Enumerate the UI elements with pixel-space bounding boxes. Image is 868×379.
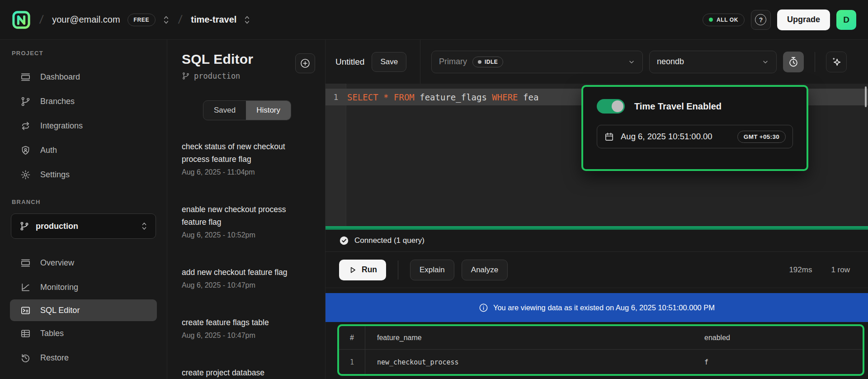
ai-assist-button[interactable]: [826, 52, 847, 72]
history-item[interactable]: add new checkout feature flag Aug 6, 202…: [182, 266, 305, 292]
compute-status-badge: IDLE: [472, 57, 503, 67]
gear-icon: [20, 170, 31, 180]
datetime-value: Aug 6, 2025 10:51:00.00: [621, 132, 712, 142]
saved-history-tabs: Saved History: [203, 100, 291, 120]
toolbar-divider: [815, 52, 815, 72]
sidebar-item-label: Dashboard: [40, 72, 80, 82]
row-index: 1: [339, 350, 365, 374]
sidebar-item-monitoring[interactable]: Monitoring: [0, 275, 167, 299]
timezone-badge: GMT +05:30: [737, 131, 786, 143]
terminal-icon: [20, 305, 31, 316]
breadcrumb-separator: /: [178, 13, 183, 27]
panel-branch-name: production: [194, 71, 240, 81]
sidebar-item-sql-editor[interactable]: SQL Editor: [10, 299, 157, 321]
save-button[interactable]: Save: [372, 52, 406, 72]
query-actions-bar: Run Explain Analyze 192ms 1 row: [326, 252, 868, 288]
account-selector-chevron[interactable]: [163, 15, 170, 25]
check-circle-icon: [339, 236, 349, 246]
sparkle-icon: [830, 56, 842, 68]
sidebar-item-auth[interactable]: Auth: [0, 138, 167, 162]
topbar: / your@email.com FREE / time-travel ALL …: [0, 0, 868, 40]
query-tab[interactable]: Untitled Save: [326, 40, 420, 84]
cell-feature-name: new_checkout_process: [365, 358, 693, 366]
branch-icon: [182, 72, 190, 80]
upgrade-button[interactable]: Upgrade: [777, 9, 830, 30]
plan-badge: FREE: [127, 14, 156, 26]
sql-statement: SELECT * FROM feature_flags WHERE fea: [347, 92, 538, 102]
compute-name: Primary: [439, 57, 467, 66]
sidebar-item-overview[interactable]: Overview: [0, 251, 167, 275]
branch-selector[interactable]: production: [11, 213, 156, 239]
database-selector[interactable]: neondb: [649, 51, 777, 73]
analyze-button[interactable]: Analyze: [462, 260, 508, 280]
connection-status-bar: Connected (1 query): [326, 230, 868, 252]
status-dot: [709, 18, 713, 22]
main-area: Untitled Save Primary IDLE neondb: [326, 40, 868, 379]
account-email[interactable]: your@email.com: [52, 14, 120, 25]
sidebar-item-dashboard[interactable]: Dashboard: [0, 65, 167, 89]
scrollbar-thumb[interactable]: [865, 86, 867, 107]
tab-saved[interactable]: Saved: [203, 101, 246, 120]
toggle-knob: [612, 100, 623, 112]
status-badge[interactable]: ALL OK: [703, 14, 745, 26]
sidebar-item-settings[interactable]: Settings: [0, 162, 167, 187]
chart-line-icon: [20, 282, 31, 293]
history-item[interactable]: create project database Aug 6, 2025 - 10…: [182, 366, 305, 379]
history-list: check status of new checkout process fea…: [182, 140, 305, 379]
history-item[interactable]: check status of new checkout process fea…: [182, 140, 305, 179]
compute-selector[interactable]: Primary IDLE: [431, 51, 643, 73]
project-name[interactable]: time-travel: [191, 14, 236, 25]
tab-history[interactable]: History: [246, 101, 291, 120]
table-grid-icon: [20, 328, 31, 339]
cell-enabled: f: [693, 358, 863, 366]
sidebar-item-label: Monitoring: [40, 283, 78, 292]
sidebar-item-label: Auth: [40, 146, 57, 155]
dashboard-icon: [20, 72, 31, 82]
time-travel-toggle-label: Time Travel Enabled: [634, 101, 722, 112]
overview-icon: [20, 258, 31, 268]
avatar[interactable]: D: [836, 10, 856, 30]
sidebar: PROJECT Dashboard Branches Integrations …: [0, 40, 167, 379]
history-item[interactable]: enable new checkout process feature flag…: [182, 203, 305, 242]
branch-icon: [20, 96, 31, 107]
history-item-date: Aug 6, 2025 - 11:04pm: [182, 166, 305, 179]
help-button[interactable]: ?: [751, 10, 771, 30]
history-item-date: Aug 6, 2025 - 10:52pm: [182, 229, 305, 242]
run-button[interactable]: Run: [339, 260, 386, 280]
history-item-title: create feature flags table: [182, 316, 305, 329]
explain-button[interactable]: Explain: [410, 260, 454, 280]
time-travel-toggle[interactable]: [597, 99, 625, 114]
panel-title: SQL Editor: [182, 52, 312, 67]
results-resize-handle[interactable]: [326, 226, 868, 230]
time-travel-datetime-field[interactable]: Aug 6, 2025 10:51:00.00 GMT +05:30: [597, 125, 793, 148]
calendar-icon: [604, 132, 614, 142]
sql-editor-panel: SQL Editor production Saved History chec…: [167, 40, 326, 379]
time-travel-button[interactable]: [783, 52, 804, 72]
sidebar-item-branches[interactable]: Branches: [0, 89, 167, 114]
stopwatch-icon: [788, 56, 799, 68]
branch-section-label: BRANCH: [0, 199, 167, 205]
history-item[interactable]: create feature flags table Aug 6, 2025 -…: [182, 316, 305, 342]
integrations-icon: [20, 121, 31, 131]
sidebar-item-restore[interactable]: Restore: [0, 346, 167, 370]
branch-icon: [19, 221, 29, 231]
status-text: ALL OK: [717, 17, 738, 23]
history-item-title: enable new checkout process feature flag: [182, 203, 305, 228]
database-name: neondb: [657, 57, 684, 66]
sidebar-item-tables[interactable]: Tables: [0, 321, 167, 346]
editor-toolbar: Primary IDLE neondb: [420, 40, 868, 84]
line-number: 1: [326, 92, 346, 102]
sidebar-item-label: Restore: [40, 353, 69, 363]
query-tab-title: Untitled: [335, 57, 364, 67]
neon-logo-icon[interactable]: [12, 10, 31, 29]
new-query-button[interactable]: [295, 53, 315, 73]
chevron-down-icon: [628, 58, 635, 66]
sidebar-item-label: Settings: [40, 170, 70, 180]
history-item-title: check status of new checkout process fea…: [182, 140, 305, 166]
question-mark-icon: ?: [755, 14, 766, 25]
table-row[interactable]: 1 new_checkout_process f: [339, 350, 863, 374]
column-header-feature-name: feature_name: [365, 334, 693, 342]
results-header-row: # feature_name enabled: [339, 326, 863, 350]
project-selector-chevron[interactable]: [244, 15, 250, 25]
sidebar-item-integrations[interactable]: Integrations: [0, 114, 167, 138]
